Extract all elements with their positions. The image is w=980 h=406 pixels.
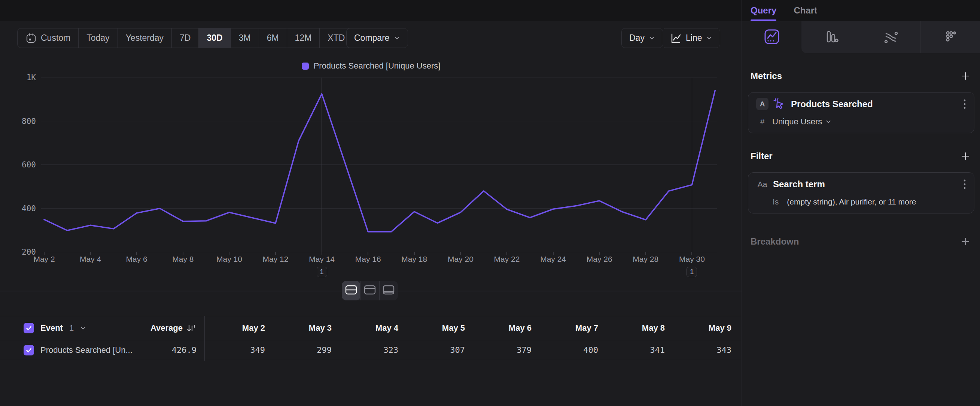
- metric-card[interactable]: A Products Searched # Unique Users: [748, 92, 974, 133]
- range-6m-button[interactable]: 6M: [259, 29, 287, 48]
- metrics-section-header: Metrics: [742, 70, 980, 83]
- layout-table-button[interactable]: [379, 281, 398, 300]
- x-tick-label: May 24: [540, 255, 566, 264]
- flow-chart-icon: [882, 28, 899, 47]
- chart-legend[interactable]: Products Searched [Unique Users]: [0, 61, 742, 71]
- tab-query[interactable]: Query: [751, 0, 776, 21]
- y-tick-label: 400: [0, 204, 36, 213]
- metric-event-name: Products Searched: [791, 99, 873, 109]
- insights-line-icon: [763, 28, 781, 47]
- chevron-down-icon: [706, 35, 712, 41]
- chart-type-metrics-tab[interactable]: [921, 21, 980, 53]
- event-cursor-click-icon: [772, 97, 786, 111]
- x-tick-mark: [599, 252, 600, 255]
- add-metric-button[interactable]: [961, 71, 970, 81]
- range-12m-button[interactable]: 12M: [287, 29, 320, 48]
- date-column-header[interactable]: May 6: [465, 323, 531, 333]
- table-column-divider: [204, 316, 205, 361]
- chart-type-bar-tab[interactable]: [802, 21, 861, 53]
- annotation-badge[interactable]: 1: [687, 267, 697, 277]
- filter-title: Filter: [751, 151, 773, 161]
- date-column-header[interactable]: May 8: [598, 323, 665, 333]
- x-tick-label: May 20: [448, 255, 474, 264]
- range-custom-button[interactable]: Custom: [18, 29, 78, 48]
- sort-descending-icon[interactable]: [186, 323, 197, 333]
- range-today-button[interactable]: Today: [78, 29, 117, 48]
- date-column-header[interactable]: May 9: [665, 323, 732, 333]
- row-event-name: Products Searched [Un...: [40, 345, 132, 355]
- x-tick-mark: [44, 252, 45, 255]
- line-chart-icon: [670, 32, 682, 44]
- date-cell-value: 323: [332, 345, 398, 355]
- x-tick-label: May 10: [216, 255, 242, 264]
- x-tick-mark: [136, 252, 137, 255]
- calendar-icon: [25, 33, 37, 44]
- layout-chart-button[interactable]: [360, 281, 379, 300]
- aggregation-selector[interactable]: Unique Users: [772, 117, 822, 127]
- x-tick-label: May 8: [172, 255, 194, 264]
- date-cell-value: 379: [465, 345, 531, 355]
- date-column-header[interactable]: May 4: [332, 323, 398, 333]
- kebab-menu-icon[interactable]: [963, 179, 966, 190]
- x-tick-mark: [275, 252, 276, 255]
- x-tick-mark: [506, 252, 507, 255]
- event-count: 1: [69, 323, 74, 333]
- compare-label: Compare: [354, 33, 390, 43]
- layout-split-button[interactable]: [342, 281, 360, 300]
- breakdown-title: Breakdown: [751, 236, 799, 247]
- range-yesterday-button[interactable]: Yesterday: [118, 29, 172, 48]
- range-30d-button[interactable]: 30D: [198, 29, 230, 48]
- aggregation-hash-icon: #: [756, 117, 768, 126]
- string-property-icon: Aa: [756, 180, 768, 189]
- filter-section-header: Filter: [742, 150, 980, 162]
- x-tick-label: May 12: [263, 255, 289, 264]
- filter-card[interactable]: Aa Search term Is (empty string), Air pu…: [748, 172, 974, 213]
- x-tick-label: May 4: [80, 255, 101, 264]
- granularity-button[interactable]: Day: [621, 28, 663, 48]
- chevron-down-icon[interactable]: [80, 325, 86, 331]
- date-column-values: 349299323307379400341343: [204, 345, 732, 355]
- chevron-down-icon: [649, 35, 655, 41]
- date-column-header[interactable]: May 5: [398, 323, 465, 333]
- range-7d-button[interactable]: 7D: [172, 29, 198, 48]
- filter-value[interactable]: (empty string), Air purifier, or 11 more: [787, 197, 916, 206]
- select-all-checkbox[interactable]: [24, 323, 34, 333]
- x-tick-label: May 22: [494, 255, 520, 264]
- x-tick-label: May 18: [401, 255, 427, 264]
- row-checkbox[interactable]: [24, 345, 34, 355]
- add-filter-button[interactable]: [961, 151, 970, 161]
- analytics-app: CustomTodayYesterday7D30D3M6M12MXTD Comp…: [0, 0, 980, 406]
- date-column-headers: May 2May 3May 4May 5May 6May 7May 8May 9: [204, 323, 732, 333]
- tab-chart[interactable]: Chart: [794, 0, 817, 21]
- date-column-header[interactable]: May 3: [265, 323, 332, 333]
- date-column-header[interactable]: May 7: [531, 323, 598, 333]
- x-tick-label: May 16: [355, 255, 381, 264]
- y-tick-label: 800: [0, 116, 36, 126]
- kebab-menu-icon[interactable]: [963, 99, 966, 110]
- x-tick-label: May 14: [309, 255, 335, 264]
- x-tick-mark: [183, 252, 183, 255]
- date-column-header[interactable]: May 2: [204, 323, 265, 333]
- chevron-down-icon[interactable]: [826, 119, 831, 125]
- chart-style-label: Line: [686, 33, 702, 43]
- filter-operator[interactable]: Is: [773, 197, 779, 206]
- legend-label: Products Searched [Unique Users]: [314, 61, 441, 71]
- chart-type-tabs: [742, 21, 980, 53]
- y-tick-label: 1K: [0, 73, 36, 82]
- sidebar-tabs: Query Chart: [742, 0, 817, 21]
- compare-button[interactable]: Compare: [346, 28, 408, 48]
- chart-type-insights-tab[interactable]: [742, 21, 802, 53]
- x-tick-mark: [645, 252, 646, 255]
- x-tick-label: May 30: [679, 255, 705, 264]
- x-tick-label: May 26: [587, 255, 612, 264]
- line-chart-plot[interactable]: [41, 78, 717, 252]
- chart-style-button[interactable]: Line: [662, 28, 720, 48]
- add-breakdown-button[interactable]: [961, 237, 970, 247]
- breakdown-table: Event 1 Average May 2May 3May 4May 5May …: [0, 316, 742, 360]
- table-row[interactable]: Products Searched [Un... 426.9 349299323…: [0, 340, 742, 360]
- chart-type-flow-tab[interactable]: [861, 21, 921, 53]
- layout-switcher: [342, 281, 398, 300]
- x-tick-label: May 2: [33, 255, 55, 264]
- range-3m-button[interactable]: 3M: [231, 29, 259, 48]
- annotation-badge[interactable]: 1: [317, 267, 327, 277]
